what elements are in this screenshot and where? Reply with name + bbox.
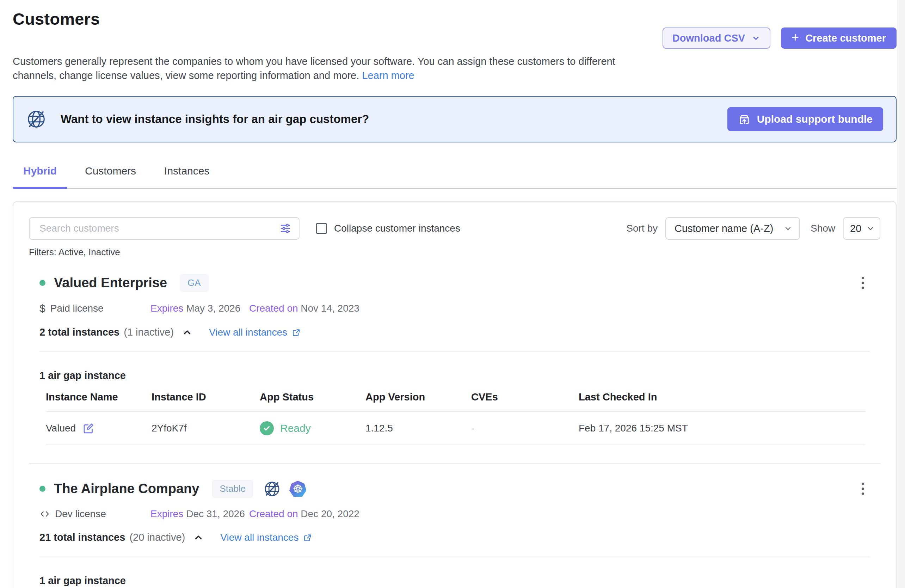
expires-date: Dec 31, 2026 (186, 509, 245, 519)
customer-head: The Airplane Company Stable ☸ (40, 480, 880, 498)
license-type: Dev license (40, 509, 151, 520)
inactive-count: (20 inactive) (129, 532, 185, 543)
app-version: 1.12.5 (365, 423, 471, 434)
customer-head: Valued Enterprise GA (40, 274, 880, 292)
create-customer-button[interactable]: + Create customer (781, 27, 897, 49)
active-status-dot (40, 280, 46, 286)
code-icon (40, 509, 50, 519)
total-instances: 21 total instances (40, 532, 125, 543)
scrollbar-track[interactable] (897, 0, 905, 588)
view-all-instances-link[interactable]: View all instances (209, 327, 301, 338)
expires-date: May 3, 2026 (186, 303, 240, 314)
app-status: Ready (280, 422, 311, 434)
sort-select[interactable]: Customer name (A-Z) (665, 217, 800, 240)
table-header-row: Instance Name Instance ID App Status App… (46, 391, 865, 412)
airgap-banner: Want to view instance insights for an ai… (13, 96, 897, 142)
sort-by-label: Sort by (626, 223, 657, 234)
edit-icon[interactable] (82, 422, 95, 435)
expires-meta: Expires May 3, 2026 (151, 303, 249, 314)
license-row: Dev license Expires Dec 31, 2026 Created… (40, 509, 880, 520)
channel-badge: GA (180, 274, 209, 292)
external-link-icon (291, 327, 301, 337)
filters-summary: Filters: Active, Inactive (13, 240, 896, 258)
expires-label: Expires (151, 303, 183, 314)
upload-button-label: Upload support bundle (757, 113, 873, 125)
show-select[interactable]: 20 (843, 217, 880, 240)
divider (40, 557, 870, 557)
customers-card: Collapse customer instances Sort by Cust… (13, 201, 897, 588)
airgap-globe-icon (263, 480, 281, 498)
create-customer-label: Create customer (805, 32, 886, 44)
license-row: $ Paid license Expires May 3, 2026 Creat… (40, 302, 880, 315)
col-last-checked-in: Last Checked In (579, 391, 865, 403)
customer-section-valued-enterprise: Valued Enterprise GA $ Paid license Expi… (13, 258, 896, 445)
toolbar: Collapse customer instances Sort by Cust… (13, 217, 896, 240)
tab-instances[interactable]: Instances (154, 165, 220, 188)
tab-bar: Hybrid Customers Instances (13, 165, 897, 189)
show-label: Show (811, 223, 835, 234)
divider (40, 351, 870, 352)
customer-type-icons: ☸ (263, 480, 306, 498)
expires-meta: Expires Dec 31, 2026 (151, 509, 249, 520)
view-all-label: View all instances (220, 532, 298, 543)
download-csv-button[interactable]: Download CSV (662, 27, 770, 49)
total-instances: 2 total instances (40, 326, 119, 338)
collapse-instances-label: Collapse customer instances (334, 223, 460, 234)
cves-value: - (471, 423, 579, 434)
page-header: Customers Download CSV + Create customer (0, 0, 905, 49)
instance-id: 2YfoK7f (152, 423, 260, 434)
airgap-count-heading: 1 air gap instance (40, 575, 880, 586)
airgap-globe-icon (26, 109, 46, 129)
external-link-icon (303, 532, 313, 542)
ready-check-icon (260, 421, 274, 435)
expires-label: Expires (151, 509, 183, 519)
airgap-count-heading: 1 air gap instance (40, 370, 880, 381)
page-description: Customers generally represent the compan… (13, 54, 649, 83)
upload-icon (738, 113, 751, 126)
chevron-down-icon (784, 224, 792, 233)
collapse-chevron-up-icon[interactable] (193, 532, 204, 543)
active-status-dot (40, 486, 46, 492)
created-meta: Created on Dec 20, 2022 (249, 509, 359, 520)
kebab-menu-button[interactable] (859, 480, 866, 497)
instance-name: Valued (46, 423, 76, 434)
table-row: Valued 2YfoK7f Ready 1.12.5 (46, 412, 865, 445)
page-title: Customers (13, 9, 100, 29)
customer-section-airplane-company: The Airplane Company Stable ☸ (13, 464, 896, 588)
kebab-menu-button[interactable] (859, 275, 866, 291)
search-input[interactable] (29, 217, 300, 240)
dollar-icon: $ (40, 302, 46, 315)
col-cves: CVEs (471, 391, 579, 403)
kubernetes-icon: ☸ (289, 481, 306, 497)
channel-badge: Stable (212, 480, 253, 498)
learn-more-link[interactable]: Learn more (362, 70, 414, 81)
instances-table: Instance Name Instance ID App Status App… (46, 391, 865, 445)
created-label: Created on (249, 303, 298, 314)
created-label: Created on (249, 509, 298, 519)
banner-title: Want to view instance insights for an ai… (60, 113, 369, 126)
download-csv-label: Download CSV (672, 32, 745, 44)
upload-support-bundle-button[interactable]: Upload support bundle (727, 107, 883, 131)
chevron-down-icon (866, 224, 875, 233)
inactive-count: (1 inactive) (124, 326, 174, 338)
tab-hybrid[interactable]: Hybrid (13, 165, 67, 189)
created-date: Nov 14, 2023 (301, 303, 359, 314)
col-instance-id: Instance ID (152, 391, 260, 403)
col-app-version: App Version (365, 391, 471, 403)
license-label: Dev license (55, 509, 106, 520)
customer-name[interactable]: Valued Enterprise (54, 275, 167, 291)
tab-customers[interactable]: Customers (75, 165, 147, 188)
license-label: Paid license (51, 303, 103, 314)
show-select-value: 20 (850, 223, 861, 234)
instances-row: 21 total instances (20 inactive) View al… (40, 532, 880, 543)
view-all-instances-link[interactable]: View all instances (220, 532, 313, 543)
filter-sliders-icon[interactable] (279, 222, 292, 236)
created-meta: Created on Nov 14, 2023 (249, 303, 359, 314)
header-actions: Download CSV + Create customer (662, 27, 897, 49)
customer-name[interactable]: The Airplane Company (54, 481, 199, 496)
instances-row: 2 total instances (1 inactive) View all … (40, 326, 880, 338)
sort-select-value: Customer name (A-Z) (675, 223, 773, 234)
chevron-down-icon (751, 33, 761, 43)
collapse-instances-checkbox[interactable] (316, 223, 327, 234)
collapse-chevron-up-icon[interactable] (181, 327, 193, 338)
